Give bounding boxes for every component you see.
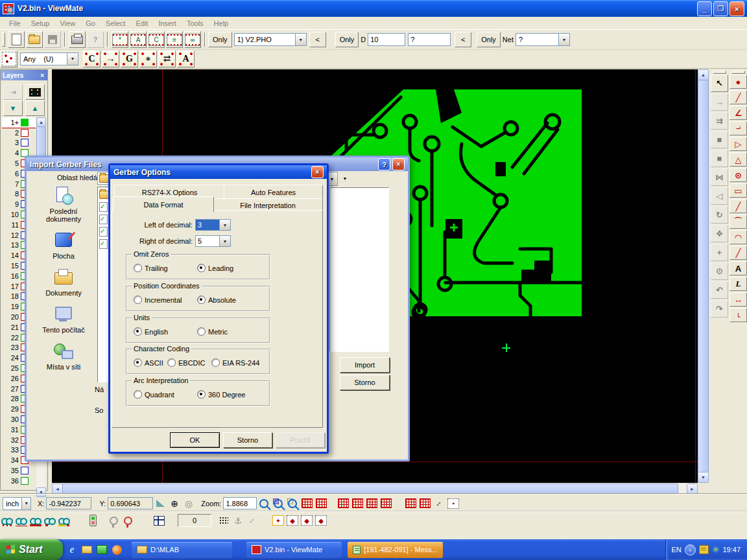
layer-filter-combo[interactable]: 1) V2.PHO ▼ [234, 33, 307, 46]
import-cancel-button[interactable]: Storno [340, 375, 390, 390]
chevron-down-icon[interactable]: ▼ [21, 497, 31, 510]
layer-row-3[interactable]: 3 [2, 138, 36, 148]
select-region-button[interactable]: ▪ [447, 497, 460, 510]
tab-auto-features[interactable]: Auto Features [224, 185, 323, 199]
grid-dots-button[interactable] [217, 514, 230, 527]
dcode-swap-button[interactable]: ⇄ [158, 51, 176, 67]
horizontal-scroll-thumb[interactable] [62, 484, 678, 495]
print-button[interactable] [69, 31, 86, 48]
dialog-help-button[interactable]: ? [378, 158, 390, 170]
dcode-flash-button[interactable]: ∗ [139, 51, 157, 67]
origin-button[interactable]: ⊕ [168, 497, 181, 510]
menu-file[interactable]: File [4, 18, 26, 29]
gerber-file-icon[interactable] [99, 239, 108, 249]
gerber-file-icon[interactable] [99, 215, 108, 224]
close-icon[interactable]: × [39, 72, 45, 79]
film-measure-button[interactable]: A [130, 31, 147, 48]
sketch-line-tool[interactable]: ╱ [729, 246, 747, 260]
grid-snap-button[interactable] [300, 497, 313, 510]
zoom-select-button[interactable] [286, 497, 299, 510]
circle-tool[interactable]: ⊙ [729, 168, 747, 182]
open-polygon-tool[interactable]: ▷ [729, 137, 747, 151]
transfer-dcodes-tool[interactable]: ⇉ [711, 112, 728, 130]
previous-dcode-button[interactable]: < [455, 32, 471, 47]
quicklaunch-ie-icon[interactable]: e [66, 544, 78, 555]
net-filter-combo[interactable]: ? ▼ [516, 33, 570, 46]
scroll-up-button[interactable]: ▲ [36, 117, 46, 127]
line-tool[interactable]: ╱ [729, 90, 747, 104]
dcode-circle-button[interactable]: C [83, 51, 101, 67]
pan-down-button[interactable]: ↓ [365, 497, 378, 510]
new-file-button[interactable] [8, 31, 25, 48]
dialog-close-button[interactable]: × [311, 166, 324, 178]
target-button[interactable]: ◎ [182, 497, 195, 510]
place-recent-documents[interactable]: Poslední dokumenty [32, 187, 95, 223]
anchor-button[interactable]: ⚓ [231, 514, 244, 527]
language-indicator[interactable]: EN [671, 546, 681, 554]
only-layer-button[interactable]: Only [208, 32, 232, 47]
undo-tool[interactable]: ↶ [711, 281, 728, 299]
menu-insert[interactable]: Insert [153, 18, 182, 29]
scroll-left-button[interactable]: ◄ [52, 484, 63, 495]
only-dcode-button[interactable]: Only [335, 32, 359, 47]
text-tool[interactable]: A [729, 261, 747, 275]
ascii-radio[interactable] [134, 358, 142, 367]
path-corner-tool[interactable]: ⌐ [729, 121, 747, 135]
open-file-button[interactable] [26, 31, 43, 48]
layer-up-button[interactable]: ▲ [25, 100, 45, 116]
cancel-button[interactable]: Storno [223, 432, 272, 448]
mirror-tool[interactable]: ⋈ [711, 169, 728, 186]
dcode-draw-button[interactable]: → [102, 51, 119, 67]
chevron-down-icon[interactable]: ▼ [219, 235, 231, 247]
save-button[interactable] [44, 31, 61, 48]
film-dcode-button[interactable]: C [148, 31, 165, 48]
view-pads-button[interactable] [29, 514, 42, 527]
close-button[interactable]: × [729, 1, 744, 16]
dcode-type-combo[interactable]: Any (U) ▼ [20, 52, 78, 65]
highlight-toggle-button[interactable] [86, 514, 99, 527]
leading-radio[interactable] [197, 264, 206, 272]
triangle-tool[interactable]: △ [729, 152, 747, 167]
logo-text-tool[interactable]: L [729, 277, 747, 291]
dcode-filter-input[interactable]: ? [408, 33, 451, 46]
arc-sweep-tool[interactable]: ◠ [729, 230, 747, 244]
ok-button[interactable]: OK [170, 432, 220, 448]
aperture-pattern-button[interactable] [1, 51, 18, 67]
vertical-scroll-thumb[interactable] [698, 80, 709, 472]
only-net-button[interactable]: Only [477, 32, 501, 47]
grid-offset-button[interactable] [404, 497, 417, 510]
menu-setup[interactable]: Setup [26, 18, 55, 29]
transfer-dcode-tool[interactable]: → [711, 93, 728, 111]
layer-table-button[interactable] [25, 84, 45, 100]
vertical-scrollbar[interactable]: ▲ ▼ [698, 69, 708, 483]
layer-row-1+[interactable]: 1+ [2, 117, 36, 128]
corner-tool[interactable]: ⌐ [729, 308, 747, 322]
view-selected-button[interactable] [58, 514, 71, 527]
resize-button[interactable]: ↕ [246, 514, 259, 527]
layer-row-2[interactable]: 2 [2, 128, 36, 138]
flip-tool[interactable]: ◁ [711, 187, 728, 205]
settings-gear-tool[interactable]: ⚙ [711, 262, 728, 280]
chevron-down-icon[interactable]: ▼ [558, 33, 570, 46]
place-my-computer[interactable]: Tento počítač [32, 305, 95, 334]
pad-corner-mode-button[interactable]: ◆ [300, 514, 313, 527]
quicklaunch-book-icon[interactable] [96, 544, 108, 555]
quicklaunch-firefox-icon[interactable] [111, 544, 123, 555]
gerber-file-icon[interactable] [99, 227, 108, 237]
layer-row-35[interactable]: 35 [2, 465, 36, 476]
menu-select[interactable]: Select [101, 18, 131, 29]
view-all-dcodes-button[interactable] [1, 514, 14, 527]
context-help-button[interactable]: ? [87, 31, 104, 48]
trailing-radio[interactable] [134, 264, 142, 272]
scroll-down-button[interactable]: ▼ [698, 472, 709, 483]
layer-color-swatch[interactable] [21, 139, 29, 146]
gerber-file-icon[interactable] [99, 202, 108, 212]
english-radio[interactable] [134, 327, 142, 336]
redo-curve-tool[interactable]: ↷ [711, 300, 728, 318]
unit-combo[interactable]: inch ▼ [3, 497, 31, 510]
dimension-tool[interactable]: ↔ [729, 292, 747, 307]
lamp-off-button[interactable] [107, 514, 120, 527]
place-documents[interactable]: Dokumenty [32, 268, 95, 297]
flash-point-tool[interactable]: ● [729, 75, 747, 89]
tab-data-format[interactable]: Data Format [113, 196, 214, 212]
